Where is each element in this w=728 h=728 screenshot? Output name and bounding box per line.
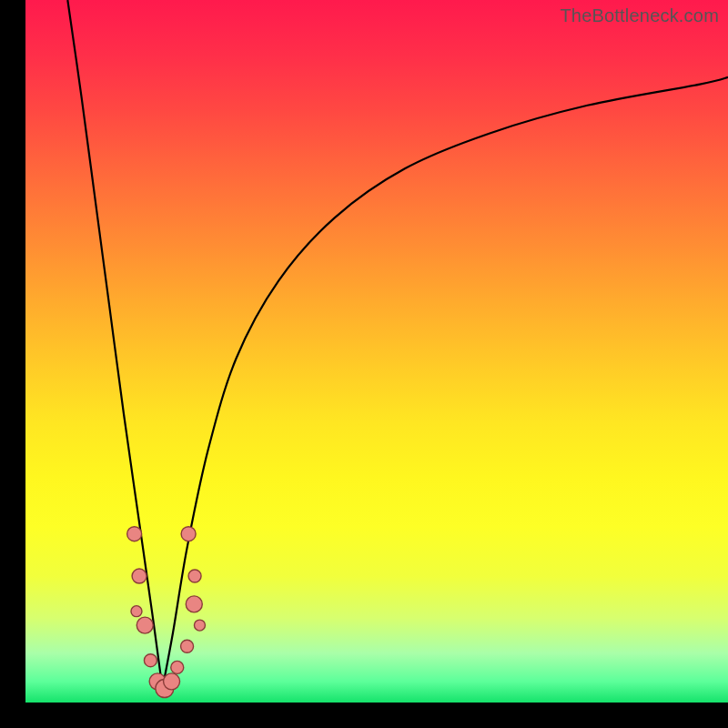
data-point xyxy=(127,527,142,541)
chart-frame: TheBottleneck.com xyxy=(0,0,728,728)
data-point xyxy=(181,527,196,541)
curve-left xyxy=(67,0,162,689)
data-point xyxy=(181,640,194,652)
data-point xyxy=(131,606,142,617)
data-point xyxy=(194,620,205,631)
data-point xyxy=(144,654,157,667)
data-point xyxy=(171,661,184,673)
data-point xyxy=(188,570,201,582)
data-point xyxy=(164,673,180,690)
curve-right xyxy=(163,77,728,689)
data-point xyxy=(132,569,147,583)
chart-svg xyxy=(25,0,728,703)
plot-area: TheBottleneck.com xyxy=(25,0,728,703)
data-point xyxy=(186,596,202,612)
data-point xyxy=(136,617,153,633)
